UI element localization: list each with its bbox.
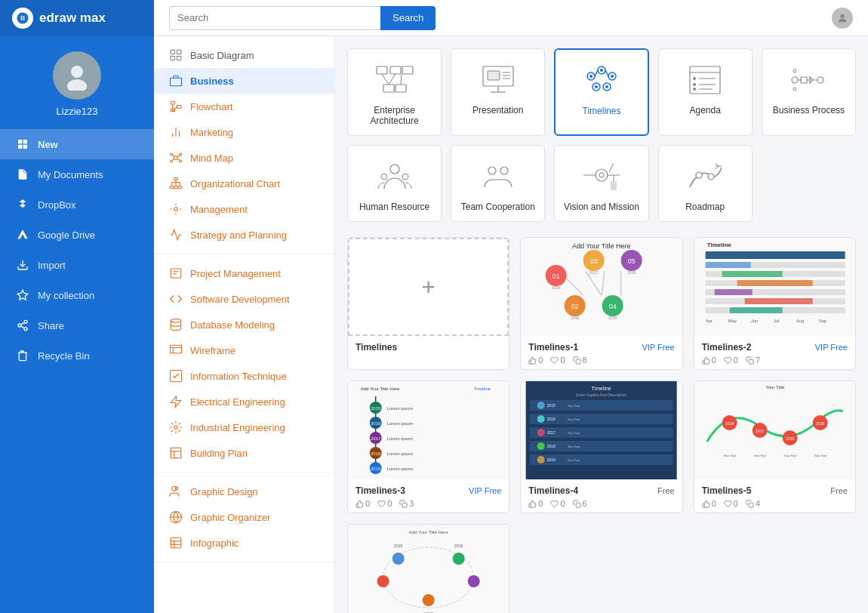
template-type-roadmap[interactable]: Roadmap: [658, 145, 753, 222]
svg-rect-157: [744, 298, 812, 304]
svg-point-114: [488, 167, 496, 174]
svg-text:2018: 2018: [371, 451, 381, 456]
cat-database-modeling[interactable]: Database Modeling: [154, 312, 334, 337]
cat-info-technique[interactable]: Information Technique: [154, 363, 334, 389]
svg-point-198: [537, 456, 545, 464]
svg-marker-6: [17, 229, 27, 239]
cat-marketing[interactable]: Marketing: [154, 119, 334, 145]
import-icon: [15, 257, 30, 273]
template-type-vision-mission[interactable]: Vision and Mission: [554, 145, 648, 222]
sidebar-item-google-drive[interactable]: Google Drive: [0, 220, 154, 250]
svg-line-138: [602, 271, 605, 295]
svg-rect-21: [177, 106, 181, 109]
template-card-timelines-2[interactable]: Timeline: [694, 237, 856, 370]
sidebar-item-import[interactable]: Import: [0, 250, 154, 280]
svg-text:2017: 2017: [756, 429, 764, 433]
template-type-enterprise-architecture[interactable]: Enterprise Architecture: [347, 48, 442, 136]
cat-electrical-eng[interactable]: Electrical Engineering: [154, 389, 334, 414]
sidebar-item-dropbox[interactable]: DropBox: [0, 189, 154, 220]
template-type-team-cooperation[interactable]: Team Cooperation: [451, 145, 545, 222]
new-template-label: Timelines: [356, 342, 397, 353]
user-avatar-icon[interactable]: [832, 8, 853, 29]
template-card-timelines-4[interactable]: Timeline Enter Caption And Description: [520, 380, 682, 513]
cat-strategy[interactable]: Strategy and Planning: [154, 222, 334, 248]
template-thumb-timelines-2: Timeline: [694, 238, 855, 336]
cat-software-dev[interactable]: Software Development: [154, 286, 334, 312]
recycle-bin-icon: [15, 348, 30, 363]
avatar: [53, 51, 101, 100]
search-button[interactable]: Search: [380, 6, 436, 30]
svg-line-89: [605, 70, 608, 76]
template-stats: 0 0 6: [528, 499, 674, 508]
template-badge: VIP Free: [642, 343, 674, 352]
template-type-timelines[interactable]: Timelines: [554, 48, 648, 136]
sidebar-item-my-collection[interactable]: My collection: [0, 280, 154, 310]
new-template-card[interactable]: + Timelines: [347, 237, 509, 370]
sidebar-item-share[interactable]: Share: [0, 310, 154, 340]
svg-text:2017: 2017: [589, 270, 598, 275]
template-card-timelines-1[interactable]: Add Your Title Here 01 03 05 02 04: [520, 237, 682, 370]
svg-point-112: [381, 174, 387, 180]
logo-icon: [12, 8, 33, 29]
sidebar-item-recycle-bin[interactable]: Recycle Bin: [0, 340, 154, 371]
template-card-timelines-5[interactable]: Your Title 2018 2017 2016 2019 Your Text: [694, 380, 856, 513]
template-name: Timelines-1: [528, 342, 578, 353]
template-type-agenda[interactable]: Agenda: [658, 48, 753, 136]
cat-business[interactable]: Business: [154, 68, 334, 94]
svg-point-229: [377, 575, 389, 587]
svg-rect-78: [488, 71, 500, 80]
svg-line-74: [401, 74, 402, 85]
google-drive-icon: [15, 227, 30, 242]
cat-graphic-design[interactable]: Graphic Design: [154, 479, 334, 504]
svg-point-83: [589, 75, 593, 78]
cat-org-chart[interactable]: Organizational Chart: [154, 171, 334, 196]
cat-project-management[interactable]: Project Management: [154, 260, 334, 286]
cat-wireframe[interactable]: Wireframe: [154, 337, 334, 363]
cat-building-plan[interactable]: Building Plan: [154, 440, 334, 466]
sidebar-item-new[interactable]: New: [0, 129, 154, 159]
cat-basic-diagram[interactable]: Basic Diagram: [154, 42, 334, 68]
svg-point-85: [600, 69, 603, 72]
svg-line-13: [21, 322, 25, 325]
cat-flowchart[interactable]: Flowchart: [154, 94, 334, 119]
template-type-label: Vision and Mission: [564, 202, 639, 212]
cat-infographic[interactable]: Infographic: [154, 530, 334, 556]
svg-point-46: [174, 208, 178, 211]
template-thumb-timelines-5: Your Title 2018 2017 2016 2019 Your Text: [694, 381, 855, 479]
svg-point-0: [71, 66, 83, 78]
template-card-timelines-3[interactable]: Add Your Title Here Timeline 2015 2016 2…: [347, 380, 509, 513]
svg-text:05: 05: [628, 257, 636, 265]
svg-text:2016: 2016: [547, 417, 556, 421]
svg-text:04: 04: [609, 303, 617, 310]
svg-text:2016: 2016: [454, 544, 463, 548]
template-type-business-process[interactable]: Business Process: [762, 48, 856, 136]
template-type-label: Roadmap: [685, 202, 725, 212]
template-card-timelines-6[interactable]: Add Your Title Here 2015 2016 2017: [347, 524, 509, 613]
likes-stat: 0: [702, 356, 716, 365]
svg-rect-47: [171, 269, 181, 278]
sidebar-item-share-label: Share: [38, 320, 64, 331]
svg-rect-19: [171, 78, 182, 86]
search-input[interactable]: [169, 6, 380, 30]
username: Lizzie123: [57, 106, 98, 117]
svg-rect-159: [729, 307, 782, 313]
cat-graphic-organizer[interactable]: Graphic Organizer: [154, 504, 334, 530]
template-thumb-timelines-1: Add Your Title Here 01 03 05 02 04: [521, 238, 682, 336]
svg-rect-51: [171, 345, 182, 353]
search-container: Search: [169, 6, 436, 30]
svg-text:Add Your Title Here: Add Your Title Here: [361, 387, 400, 391]
my-documents-icon: [15, 167, 30, 182]
svg-text:Jul: Jul: [773, 319, 779, 323]
svg-point-195: [537, 415, 545, 423]
sidebar-item-my-documents[interactable]: My Documents: [0, 159, 154, 189]
svg-rect-223: [749, 503, 753, 507]
cat-mind-map[interactable]: Mind Map: [154, 145, 334, 171]
svg-line-72: [382, 74, 389, 85]
template-type-human-resource[interactable]: Human Resource: [347, 145, 442, 222]
svg-point-100: [693, 88, 696, 91]
svg-line-136: [567, 279, 583, 295]
cat-industrial-eng[interactable]: Industrial Engineering: [154, 414, 334, 440]
svg-text:2017: 2017: [547, 430, 556, 435]
cat-management[interactable]: Management: [154, 196, 334, 222]
template-type-presentation[interactable]: Presentation: [451, 48, 545, 136]
